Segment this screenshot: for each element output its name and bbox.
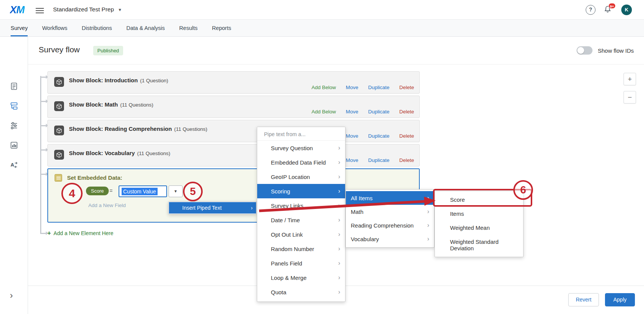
chevron-right-icon: › — [338, 245, 340, 252]
duplicate-link[interactable]: Duplicate — [368, 85, 389, 90]
menu-item-random-number[interactable]: Random Number› — [257, 242, 345, 256]
delete-link[interactable]: Delete — [399, 157, 414, 163]
block-question-count: (1 Question) — [140, 78, 168, 83]
menu-item-scoring[interactable]: Scoring› — [257, 184, 345, 198]
tab-survey[interactable]: Survey — [11, 20, 28, 36]
move-link[interactable]: Move — [346, 85, 358, 90]
menu-item-label: Panels Field — [271, 260, 302, 267]
flow-connector-arrow — [40, 101, 46, 102]
menu-item-label: All Items — [351, 195, 373, 201]
quotas-icon — [9, 141, 19, 150]
piped-text-menu: Pipe text from a... Survey Question› Emb… — [257, 127, 345, 302]
menu-item-label: Embedded Data Field — [271, 159, 326, 166]
embedded-field-pill[interactable]: Score — [86, 187, 109, 195]
menu-item-reading-comprehension[interactable]: Reading Comprehension› — [346, 218, 434, 232]
zoom-out-button[interactable]: − — [624, 91, 636, 104]
qualtrics-survey-flow-page: XM Standardized Test Prep ▾ ? 9+ K Surve… — [0, 0, 644, 314]
block-question-count: (11 Questions) — [174, 126, 208, 132]
plus-icon: + — [47, 230, 51, 236]
notifications-bell-icon[interactable]: 9+ — [603, 5, 613, 15]
duplicate-link[interactable]: Duplicate — [368, 109, 389, 115]
sidebar-item-quotas[interactable] — [7, 138, 21, 152]
menu-item-geoip-location[interactable]: GeoIP Location› — [257, 170, 345, 184]
block-cube-icon — [54, 77, 64, 87]
chevron-right-icon: › — [338, 188, 340, 195]
show-flow-ids-label: Show flow IDs — [598, 47, 634, 54]
embedded-data-title: Set Embedded Data: — [67, 174, 122, 181]
menu-item-label: Weighted Standard Deviation — [450, 239, 518, 251]
survey-sidebar: A › — [0, 37, 28, 314]
sidebar-item-survey-flow[interactable] — [7, 99, 21, 113]
tab-distributions[interactable]: Distributions — [82, 20, 112, 36]
menu-item-vocabulary[interactable]: Vocabulary› — [346, 232, 434, 246]
help-icon[interactable]: ? — [586, 5, 596, 15]
block-title-text: Show Block: Math — [69, 101, 118, 108]
show-flow-ids-toggle[interactable] — [577, 46, 592, 55]
menu-item-math[interactable]: Math› — [346, 205, 434, 218]
duplicate-link[interactable]: Duplicate — [368, 133, 389, 139]
delete-link[interactable]: Delete — [399, 109, 414, 115]
menu-item-survey-links[interactable]: Survey Links› — [257, 198, 345, 213]
user-avatar[interactable]: K — [621, 5, 632, 15]
menu-item-score[interactable]: Score — [435, 193, 523, 207]
menu-item-survey-question[interactable]: Survey Question› — [257, 141, 345, 155]
menu-item-quota[interactable]: Quota› — [257, 285, 345, 299]
move-link[interactable]: Move — [346, 157, 358, 163]
flow-connector-arrow — [40, 77, 46, 78]
xm-logo[interactable]: XM — [10, 4, 25, 16]
sidebar-item-survey-options[interactable] — [7, 119, 21, 132]
delete-link[interactable]: Delete — [399, 133, 414, 139]
tab-reports[interactable]: Reports — [212, 20, 231, 36]
menu-item-label: Survey Links — [271, 203, 303, 209]
menu-item-label: GeoIP Location — [271, 174, 310, 180]
zoom-in-button[interactable]: + — [624, 73, 636, 85]
survey-name-selector[interactable]: Standardized Test Prep ▾ — [53, 6, 121, 13]
scoring-submenu: All Items› Math› Reading Comprehension› … — [345, 189, 435, 248]
delete-link[interactable]: Delete — [399, 85, 414, 90]
menu-item-label: Survey Question — [271, 145, 313, 151]
menu-item-date-time[interactable]: Date / Time› — [257, 213, 345, 227]
project-nav-tabs: Survey Workflows Distributions Data & An… — [0, 20, 644, 37]
block-cube-icon — [54, 150, 64, 160]
insert-piped-text-item[interactable]: Insert Piped Text › — [169, 202, 256, 214]
apply-button[interactable]: Apply — [605, 293, 635, 306]
flow-connector-arrow — [40, 149, 46, 151]
sidebar-expand-chevron[interactable]: › — [10, 292, 13, 299]
sidebar-item-builder[interactable] — [7, 79, 21, 93]
block-title-text: Show Block: Vocabulary — [69, 150, 135, 156]
sidebar-item-translations[interactable]: A — [7, 158, 21, 172]
menu-item-opt-out-link[interactable]: Opt Out Link› — [257, 227, 345, 242]
menu-item-loop-merge[interactable]: Loop & Merge› — [257, 270, 345, 285]
block-question-count: (11 Questions) — [137, 151, 170, 156]
add-new-field-link[interactable]: Add a New Field — [88, 203, 126, 208]
block-title: Show Block: Math(11 Questions) — [69, 101, 153, 108]
duplicate-link[interactable]: Duplicate — [368, 157, 389, 163]
builder-icon — [9, 82, 19, 91]
block-title-text: Show Block: Reading Comprehension — [69, 126, 172, 132]
tab-data-analysis[interactable]: Data & Analysis — [127, 20, 165, 36]
move-link[interactable]: Move — [346, 133, 358, 139]
menu-item-all-items[interactable]: All Items› — [346, 191, 434, 205]
value-dropdown-button[interactable]: ▾ — [169, 185, 183, 197]
add-new-element-link[interactable]: +Add a New Element Here — [47, 230, 113, 237]
embedded-value-input[interactable]: Custom Value — [119, 185, 167, 197]
chevron-right-icon: › — [338, 274, 340, 281]
menu-item-embedded-data-field[interactable]: Embedded Data Field› — [257, 155, 345, 170]
menu-item-panels-field[interactable]: Panels Field› — [257, 256, 345, 270]
revert-button[interactable]: Revert — [568, 293, 599, 306]
menu-item-weighted-standard-deviation[interactable]: Weighted Standard Deviation — [435, 235, 523, 255]
add-below-link[interactable]: Add Below — [311, 85, 336, 90]
hamburger-menu-icon[interactable] — [36, 6, 44, 13]
menu-item-items[interactable]: Items — [435, 207, 523, 221]
tab-results[interactable]: Results — [179, 20, 197, 36]
menu-item-label: Random Number — [271, 246, 314, 252]
menu-item-weighted-mean[interactable]: Weighted Mean — [435, 221, 523, 235]
chevron-right-icon: › — [338, 260, 340, 267]
embedded-value-text: Custom Value — [122, 188, 158, 195]
menu-item-label: Scoring — [271, 188, 290, 195]
tab-workflows[interactable]: Workflows — [42, 20, 67, 36]
add-below-link[interactable]: Add Below — [311, 109, 336, 115]
move-link[interactable]: Move — [346, 109, 358, 115]
toggle-knob — [577, 47, 584, 54]
block-actions: Add Below Move Duplicate Delete — [311, 109, 414, 115]
